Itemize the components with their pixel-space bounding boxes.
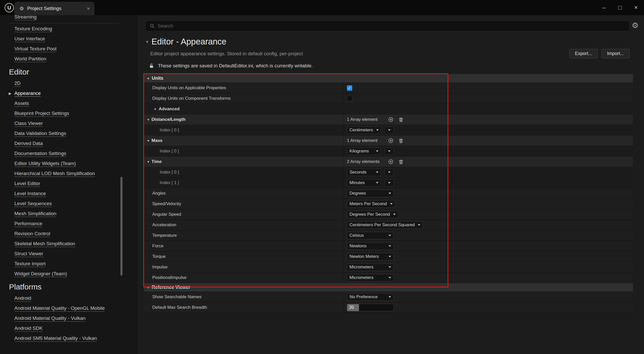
minimize-button[interactable]: – <box>596 0 612 15</box>
sidebar-section-platforms: Platforms <box>9 283 137 291</box>
add-element-icon[interactable] <box>388 159 394 165</box>
collapse-arrow-icon[interactable]: ▾ <box>147 117 149 122</box>
temperature-dropdown[interactable]: Celsius <box>347 232 394 239</box>
sidebar-item-texture-import[interactable]: Texture Import <box>14 259 137 269</box>
sidebar-item-world-partition[interactable]: World Partition <box>14 54 137 64</box>
setting-label: Torque <box>144 251 343 262</box>
section-header-advanced[interactable]: ▾ Advanced <box>144 104 633 114</box>
row-speed-velocity: Speed/Velocity Meters Per Second <box>144 199 633 209</box>
delete-array-icon[interactable] <box>398 159 404 165</box>
export-button[interactable]: Export... <box>569 49 598 58</box>
speed-velocity-dropdown[interactable]: Meters Per Second <box>347 200 395 208</box>
sidebar-item-derived-data[interactable]: Derived Data <box>14 139 137 149</box>
time-unit-dropdown-1[interactable]: Minutes <box>347 179 381 187</box>
index-label: Index [ 0 ] <box>144 125 343 135</box>
chevron-down-icon <box>388 150 391 152</box>
setting-label: Show Searchable Names <box>144 292 343 302</box>
sidebar-item-appearance[interactable]: ▶ Appearance <box>14 88 137 98</box>
force-dropdown[interactable]: Newtons <box>347 242 394 250</box>
sidebar-item-android-sm5-mq-vulkan[interactable]: Android SM5 Material Quality - Vulkan <box>14 333 137 343</box>
max-search-breadth-input[interactable]: 20 <box>347 304 394 311</box>
sidebar-item-texture-encoding[interactable]: Texture Encoding <box>14 24 137 34</box>
chevron-down-icon <box>389 296 391 298</box>
sidebar-item-hierarchical-lod[interactable]: Hierarchical LOD Mesh Simplification <box>14 169 137 179</box>
sidebar-item-widget-designer[interactable]: Widget Designer (Team) <box>14 269 137 279</box>
add-element-icon[interactable] <box>388 138 394 143</box>
sidebar-item-blueprint-project-settings[interactable]: Blueprint Project Settings <box>14 108 137 119</box>
row-temperature: Temperature Celsius <box>144 230 633 241</box>
element-options-dropdown[interactable] <box>384 169 394 176</box>
checkbox-display-units-component[interactable] <box>347 96 352 101</box>
close-button[interactable]: × <box>628 0 644 15</box>
setting-label: Display Units on Component Transforms <box>144 93 343 104</box>
sidebar-item-performance[interactable]: Performance <box>14 219 137 229</box>
mass-unit-dropdown[interactable]: Kilograms <box>347 148 381 155</box>
settings-sidebar: Streaming Texture Encoding User Interfac… <box>0 15 137 354</box>
element-options-dropdown[interactable] <box>384 148 394 155</box>
chevron-down-icon <box>389 256 391 257</box>
sidebar-scrollbar[interactable] <box>120 177 122 276</box>
time-unit-dropdown-0[interactable]: Seconds <box>347 169 381 176</box>
sidebar-item-streaming[interactable]: Streaming <box>14 15 137 22</box>
distance-unit-dropdown[interactable]: Centimeters <box>347 126 381 134</box>
collapse-arrow-icon[interactable]: ▾ <box>147 139 149 143</box>
acceleration-dropdown[interactable]: Centimeters Per Second Squared <box>347 221 423 229</box>
row-force: Force Newtons <box>144 241 633 251</box>
element-options-dropdown[interactable] <box>384 126 394 134</box>
row-display-units-component: Display Units on Component Transforms <box>144 93 633 104</box>
sidebar-item-class-viewer[interactable]: Class Viewer <box>14 119 137 129</box>
chevron-down-icon <box>388 182 391 184</box>
delete-array-icon[interactable] <box>398 138 404 143</box>
tab-project-settings[interactable]: ⚙ Project Settings × <box>14 2 94 15</box>
sidebar-item-editor-utility-widgets[interactable]: Editor Utility Widgets (Team) <box>14 159 137 169</box>
row-distance-index-0: Index [ 0 ] Centimeters <box>144 125 633 135</box>
unlock-icon <box>149 63 154 69</box>
sidebar-item-struct-viewer[interactable]: Struct Viewer <box>14 249 137 259</box>
sidebar-separator <box>9 23 119 23</box>
project-settings-icon: ⚙ <box>20 6 24 12</box>
impulse-dropdown[interactable]: Micrometers <box>347 264 394 271</box>
import-button[interactable]: Import... <box>601 49 630 58</box>
sidebar-item-assets[interactable]: Assets <box>14 98 137 108</box>
sidebar-item-2d[interactable]: 2D <box>14 78 137 88</box>
angular-speed-dropdown[interactable]: Degrees Per Second <box>347 211 398 218</box>
checkbox-display-units-applicable[interactable]: ✓ <box>347 85 352 91</box>
section-header-units[interactable]: ▾ Units <box>144 74 633 83</box>
sidebar-item-level-sequences[interactable]: Level Sequences <box>14 199 137 209</box>
row-impulse: Impulse Micrometers <box>144 262 633 273</box>
tab-close-icon[interactable]: × <box>87 5 90 12</box>
sidebar-item-android[interactable]: Android <box>14 293 137 303</box>
row-torque: Torque Newton Meters <box>144 251 633 262</box>
show-searchable-names-dropdown[interactable]: No Preference <box>347 293 394 301</box>
setting-label: Acceleration <box>144 220 343 230</box>
angles-dropdown[interactable]: Degrees <box>347 190 394 197</box>
sidebar-section-editor: Editor <box>9 68 137 76</box>
sidebar-item-android-sdk[interactable]: Android SDK <box>14 323 137 333</box>
torque-dropdown[interactable]: Newton Meters <box>347 253 394 260</box>
section-header-reference-viewer[interactable]: ▾ Reference Viewer <box>144 283 633 292</box>
sidebar-item-documentation-settings[interactable]: Documentation Settings <box>14 149 137 159</box>
sidebar-item-virtual-texture-pool[interactable]: Virtual Texture Pool <box>14 44 137 54</box>
element-options-dropdown[interactable] <box>384 179 394 187</box>
positional-impulse-dropdown[interactable]: Micrometers <box>347 274 394 282</box>
sidebar-item-android-mq-vulkan[interactable]: Android Material Quality - Vulkan <box>14 313 137 323</box>
setting-label: Angles <box>144 188 343 198</box>
settings-gear-icon[interactable]: ⚙ <box>632 21 639 30</box>
sidebar-item-android-mq-opengl[interactable]: Android Material Quality - OpenGL Mobile <box>14 303 137 313</box>
collapse-arrow-icon[interactable]: ▾ <box>147 160 149 164</box>
sidebar-item-mesh-simplification[interactable]: Mesh Simplification <box>14 209 137 219</box>
sidebar-item-user-interface[interactable]: User Interface <box>14 34 137 44</box>
array-header-time: ▾ Time 2 Array elements <box>144 157 633 167</box>
add-element-icon[interactable] <box>388 117 394 122</box>
sidebar-item-level-instance[interactable]: Level Instance <box>14 189 137 199</box>
row-acceleration: Acceleration Centimeters Per Second Squa… <box>144 220 633 230</box>
sidebar-item-revision-control[interactable]: Revision Control <box>14 229 137 239</box>
search-bar <box>146 21 629 31</box>
maximize-button[interactable]: □ <box>612 0 628 15</box>
delete-array-icon[interactable] <box>398 117 404 122</box>
search-input[interactable] <box>158 23 626 29</box>
sidebar-item-level-editor[interactable]: Level Editor <box>14 179 137 189</box>
collapse-arrow-icon[interactable]: ▾ <box>146 39 148 44</box>
sidebar-item-skeletal-mesh-simplification[interactable]: Skeletal Mesh Simplification <box>14 239 137 249</box>
sidebar-item-data-validation-settings[interactable]: Data Validation Settings <box>14 129 137 139</box>
